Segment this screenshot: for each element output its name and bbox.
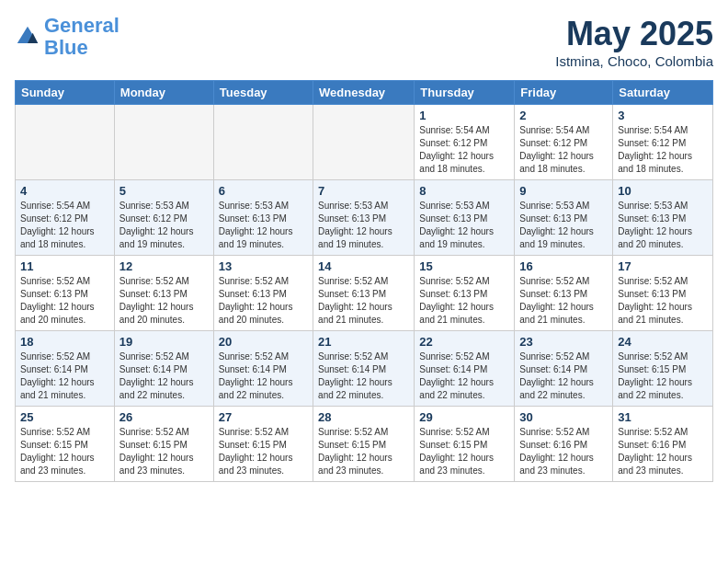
day-info: Sunrise: 5:52 AMSunset: 6:16 PMDaylight:… xyxy=(519,426,608,477)
day-info: Sunrise: 5:52 AMSunset: 6:15 PMDaylight:… xyxy=(618,350,708,402)
day-number: 10 xyxy=(618,184,708,198)
calendar-cell: 9Sunrise: 5:53 AMSunset: 6:13 PMDaylight… xyxy=(515,180,613,256)
day-info: Sunrise: 5:52 AMSunset: 6:14 PMDaylight:… xyxy=(318,350,409,402)
day-info: Sunrise: 5:52 AMSunset: 6:13 PMDaylight:… xyxy=(618,275,708,327)
calendar-cell: 24Sunrise: 5:52 AMSunset: 6:15 PMDayligh… xyxy=(613,331,713,407)
day-info: Sunrise: 5:53 AMSunset: 6:13 PMDaylight:… xyxy=(419,200,509,251)
calendar-cell: 13Sunrise: 5:52 AMSunset: 6:13 PMDayligh… xyxy=(213,256,313,331)
calendar-cell: 27Sunrise: 5:52 AMSunset: 6:15 PMDayligh… xyxy=(213,407,313,482)
day-info: Sunrise: 5:52 AMSunset: 6:14 PMDaylight:… xyxy=(519,350,608,402)
calendar-cell xyxy=(16,105,115,180)
day-number: 2 xyxy=(519,109,608,122)
day-number: 6 xyxy=(219,184,308,198)
calendar-cell: 22Sunrise: 5:52 AMSunset: 6:14 PMDayligh… xyxy=(415,331,515,407)
calendar-cell xyxy=(213,105,313,180)
day-info: Sunrise: 5:52 AMSunset: 6:13 PMDaylight:… xyxy=(20,275,109,327)
weekday-header-row: SundayMondayTuesdayWednesdayThursdayFrid… xyxy=(16,81,713,105)
day-info: Sunrise: 5:52 AMSunset: 6:15 PMDaylight:… xyxy=(318,426,409,477)
logo: General Blue xyxy=(15,15,119,59)
day-info: Sunrise: 5:52 AMSunset: 6:13 PMDaylight:… xyxy=(219,275,308,327)
calendar-cell: 29Sunrise: 5:52 AMSunset: 6:15 PMDayligh… xyxy=(415,407,515,482)
day-number: 3 xyxy=(618,109,708,122)
day-number: 26 xyxy=(119,410,209,424)
day-info: Sunrise: 5:54 AMSunset: 6:12 PMDaylight:… xyxy=(20,200,109,251)
day-info: Sunrise: 5:52 AMSunset: 6:14 PMDaylight:… xyxy=(219,350,308,402)
day-info: Sunrise: 5:53 AMSunset: 6:13 PMDaylight:… xyxy=(519,200,608,251)
day-number: 8 xyxy=(419,184,509,198)
calendar-cell: 7Sunrise: 5:53 AMSunset: 6:13 PMDaylight… xyxy=(313,180,415,256)
day-info: Sunrise: 5:52 AMSunset: 6:15 PMDaylight:… xyxy=(119,426,209,477)
day-number: 18 xyxy=(20,335,109,349)
day-number: 12 xyxy=(119,259,209,273)
weekday-header-saturday: Saturday xyxy=(613,81,713,105)
day-number: 30 xyxy=(519,410,608,424)
weekday-header-thursday: Thursday xyxy=(415,81,515,105)
day-number: 29 xyxy=(419,410,509,424)
calendar-cell: 31Sunrise: 5:52 AMSunset: 6:16 PMDayligh… xyxy=(613,407,713,482)
calendar-cell: 21Sunrise: 5:52 AMSunset: 6:14 PMDayligh… xyxy=(313,331,415,407)
day-number: 16 xyxy=(519,259,608,273)
day-number: 31 xyxy=(618,410,708,424)
day-info: Sunrise: 5:52 AMSunset: 6:14 PMDaylight:… xyxy=(20,350,109,402)
calendar-table: SundayMondayTuesdayWednesdayThursdayFrid… xyxy=(15,80,713,482)
weekday-header-sunday: Sunday xyxy=(16,81,115,105)
calendar-week-3: 11Sunrise: 5:52 AMSunset: 6:13 PMDayligh… xyxy=(16,256,713,331)
day-info: Sunrise: 5:53 AMSunset: 6:13 PMDaylight:… xyxy=(219,200,308,251)
calendar-cell: 6Sunrise: 5:53 AMSunset: 6:13 PMDaylight… xyxy=(213,180,313,256)
day-info: Sunrise: 5:52 AMSunset: 6:13 PMDaylight:… xyxy=(519,275,608,327)
calendar-week-1: 1Sunrise: 5:54 AMSunset: 6:12 PMDaylight… xyxy=(16,105,713,180)
weekday-header-monday: Monday xyxy=(114,81,213,105)
day-info: Sunrise: 5:54 AMSunset: 6:12 PMDaylight:… xyxy=(519,124,608,176)
day-info: Sunrise: 5:54 AMSunset: 6:12 PMDaylight:… xyxy=(618,124,708,176)
calendar-cell: 11Sunrise: 5:52 AMSunset: 6:13 PMDayligh… xyxy=(16,256,115,331)
day-number: 19 xyxy=(119,335,209,349)
day-info: Sunrise: 5:54 AMSunset: 6:12 PMDaylight:… xyxy=(419,124,509,176)
day-number: 4 xyxy=(20,184,109,198)
calendar-cell: 8Sunrise: 5:53 AMSunset: 6:13 PMDaylight… xyxy=(415,180,515,256)
day-number: 20 xyxy=(219,335,308,349)
calendar-cell: 2Sunrise: 5:54 AMSunset: 6:12 PMDaylight… xyxy=(515,105,613,180)
calendar-cell: 26Sunrise: 5:52 AMSunset: 6:15 PMDayligh… xyxy=(114,407,213,482)
weekday-header-tuesday: Tuesday xyxy=(213,81,313,105)
day-number: 14 xyxy=(318,259,409,273)
calendar-cell: 16Sunrise: 5:52 AMSunset: 6:13 PMDayligh… xyxy=(515,256,613,331)
day-info: Sunrise: 5:52 AMSunset: 6:16 PMDaylight:… xyxy=(618,426,708,477)
calendar-cell: 12Sunrise: 5:52 AMSunset: 6:13 PMDayligh… xyxy=(114,256,213,331)
calendar-cell: 10Sunrise: 5:53 AMSunset: 6:13 PMDayligh… xyxy=(613,180,713,256)
weekday-header-friday: Friday xyxy=(515,81,613,105)
calendar-cell xyxy=(114,105,213,180)
day-number: 28 xyxy=(318,410,409,424)
calendar-cell: 1Sunrise: 5:54 AMSunset: 6:12 PMDaylight… xyxy=(415,105,515,180)
calendar-cell xyxy=(313,105,415,180)
day-number: 11 xyxy=(20,259,109,273)
day-info: Sunrise: 5:53 AMSunset: 6:13 PMDaylight:… xyxy=(318,200,409,251)
header: General Blue May 2025 Istmina, Choco, Co… xyxy=(15,15,713,69)
day-number: 22 xyxy=(419,335,509,349)
logo-icon xyxy=(15,24,40,50)
logo-text: General Blue xyxy=(44,15,119,59)
calendar-cell: 5Sunrise: 5:53 AMSunset: 6:12 PMDaylight… xyxy=(114,180,213,256)
day-info: Sunrise: 5:52 AMSunset: 6:14 PMDaylight:… xyxy=(119,350,209,402)
day-info: Sunrise: 5:52 AMSunset: 6:15 PMDaylight:… xyxy=(219,426,308,477)
calendar-cell: 4Sunrise: 5:54 AMSunset: 6:12 PMDaylight… xyxy=(16,180,115,256)
calendar-cell: 18Sunrise: 5:52 AMSunset: 6:14 PMDayligh… xyxy=(16,331,115,407)
day-number: 25 xyxy=(20,410,109,424)
calendar-cell: 15Sunrise: 5:52 AMSunset: 6:13 PMDayligh… xyxy=(415,256,515,331)
calendar-cell: 28Sunrise: 5:52 AMSunset: 6:15 PMDayligh… xyxy=(313,407,415,482)
day-info: Sunrise: 5:52 AMSunset: 6:15 PMDaylight:… xyxy=(419,426,509,477)
day-number: 21 xyxy=(318,335,409,349)
day-number: 24 xyxy=(618,335,708,349)
weekday-header-wednesday: Wednesday xyxy=(313,81,415,105)
calendar-week-5: 25Sunrise: 5:52 AMSunset: 6:15 PMDayligh… xyxy=(16,407,713,482)
day-info: Sunrise: 5:53 AMSunset: 6:12 PMDaylight:… xyxy=(119,200,209,251)
day-info: Sunrise: 5:52 AMSunset: 6:13 PMDaylight:… xyxy=(318,275,409,327)
calendar-cell: 23Sunrise: 5:52 AMSunset: 6:14 PMDayligh… xyxy=(515,331,613,407)
day-number: 23 xyxy=(519,335,608,349)
day-info: Sunrise: 5:53 AMSunset: 6:13 PMDaylight:… xyxy=(618,200,708,251)
day-number: 1 xyxy=(419,109,509,122)
day-number: 13 xyxy=(219,259,308,273)
day-number: 9 xyxy=(519,184,608,198)
day-number: 7 xyxy=(318,184,409,198)
calendar-cell: 30Sunrise: 5:52 AMSunset: 6:16 PMDayligh… xyxy=(515,407,613,482)
calendar-cell: 14Sunrise: 5:52 AMSunset: 6:13 PMDayligh… xyxy=(313,256,415,331)
